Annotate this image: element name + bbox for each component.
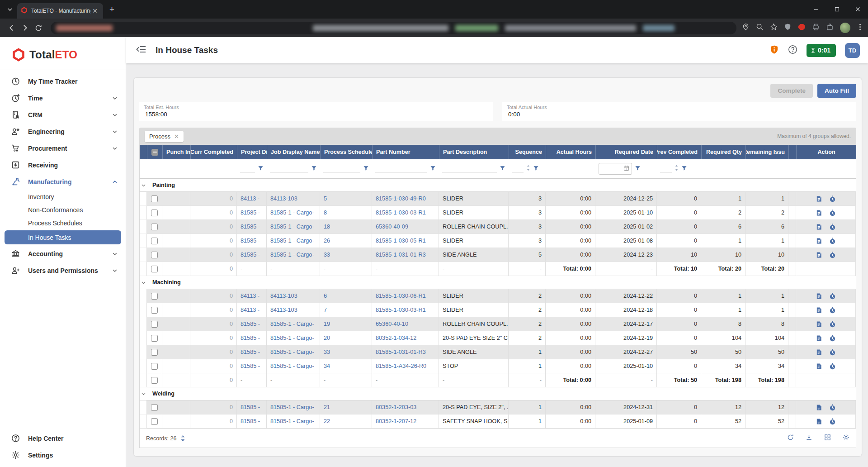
total-actual-hours-field[interactable]: Total Actual Hours 0:00	[502, 102, 856, 121]
sidebar-item-users-and-permissions[interactable]: Users and Permissions	[0, 262, 126, 279]
cell-value[interactable]: 81585-1-030-49-R0	[376, 195, 426, 202]
cell-value[interactable]: 81585-1 - Cargo-	[270, 335, 314, 341]
cell-value[interactable]: 81585-1-031-01-R3	[376, 349, 426, 355]
sidebar-item-crm[interactable]: CRM	[0, 106, 126, 123]
filter-input[interactable]	[660, 165, 672, 172]
punch-clock-icon[interactable]	[829, 321, 836, 328]
browser-tab[interactable]: TotalETO - Manufacturing In Ho ✕	[17, 3, 103, 19]
task-report-icon[interactable]	[816, 238, 822, 244]
number-spinner-icon[interactable]	[526, 164, 530, 173]
sidebar-item-non-conformances[interactable]: Non-Conformances	[0, 203, 126, 216]
filter-funnel-icon[interactable]	[258, 165, 264, 173]
sidebar-item-in-house-tasks[interactable]: In House Tasks	[5, 230, 121, 244]
url-bar[interactable]	[51, 22, 736, 34]
filter-funnel-icon[interactable]	[311, 165, 317, 173]
row-checkbox[interactable]	[151, 266, 158, 272]
filter-cell-part_number[interactable]	[372, 159, 439, 178]
row-checkbox[interactable]	[151, 307, 158, 314]
column-header-action[interactable]: Action	[797, 145, 856, 159]
cell-value[interactable]: 81585-1 - Cargo-	[270, 418, 314, 424]
cell-value[interactable]: 84113 -	[241, 293, 259, 299]
cell-value[interactable]: 21	[324, 404, 330, 410]
remove-group-icon[interactable]: ✕	[174, 133, 179, 140]
cell-value[interactable]: 84113 -	[241, 195, 259, 202]
filter-funnel-icon[interactable]	[430, 165, 436, 173]
window-maximize-icon[interactable]	[826, 0, 847, 19]
cell-value[interactable]: 6	[324, 293, 327, 299]
row-checkbox[interactable]	[151, 224, 158, 230]
cell-value[interactable]: 80352-1-207-12	[376, 418, 416, 424]
row-checkbox[interactable]	[151, 210, 158, 216]
filter-input[interactable]	[323, 165, 360, 172]
row-checkbox[interactable]	[151, 363, 158, 370]
sidebar-item-time[interactable]: Time	[0, 90, 126, 106]
cell-value[interactable]: 81585-1 - Cargo-	[270, 404, 314, 410]
collapse-group-icon[interactable]	[140, 391, 147, 396]
task-report-icon[interactable]	[816, 349, 822, 356]
cell-value[interactable]: 81585-1 - Cargo-	[270, 252, 314, 258]
punch-clock-icon[interactable]	[829, 293, 836, 300]
punch-clock-icon[interactable]	[829, 363, 836, 370]
cell-value[interactable]: 81585 -	[241, 224, 260, 230]
filter-cell-project[interactable]	[237, 159, 267, 178]
download-icon[interactable]	[806, 434, 812, 443]
task-report-icon[interactable]	[816, 321, 822, 328]
cell-value[interactable]: 22	[324, 418, 330, 424]
cell-value[interactable]: 81585 -	[241, 418, 260, 424]
cell-value[interactable]: 81585 -	[241, 210, 260, 216]
cell-value[interactable]: 81585 -	[241, 335, 260, 341]
row-checkbox[interactable]	[151, 238, 158, 244]
collapse-group-icon[interactable]	[140, 280, 147, 285]
cell-value[interactable]: 81585-1 - Cargo-	[270, 363, 314, 369]
punch-clock-icon[interactable]	[829, 349, 836, 356]
filter-cell-sequence[interactable]	[509, 159, 546, 178]
cell-value[interactable]: 26	[324, 238, 330, 244]
browser-menu-icon[interactable]	[857, 24, 863, 32]
cell-value[interactable]: 81585-1-030-03-R1	[376, 307, 426, 313]
column-header-part_number[interactable]: Part Number	[373, 145, 439, 159]
punch-clock-icon[interactable]	[829, 195, 836, 202]
task-report-icon[interactable]	[816, 307, 822, 314]
column-header-job[interactable]: Job Display Name	[267, 145, 321, 159]
column-chooser-icon[interactable]	[824, 434, 831, 443]
cell-value[interactable]: 81585-1-030-06-R1	[376, 293, 426, 299]
task-report-icon[interactable]	[816, 404, 822, 411]
window-close-icon[interactable]	[847, 0, 868, 19]
row-checkbox[interactable]	[151, 195, 158, 202]
number-spinner-icon[interactable]	[675, 164, 679, 173]
task-report-icon[interactable]	[816, 210, 822, 216]
column-header-project[interactable]: Project Di	[237, 145, 267, 159]
task-report-icon[interactable]	[816, 252, 822, 258]
extension-icon[interactable]	[784, 23, 792, 33]
filter-input[interactable]	[240, 165, 255, 172]
punch-clock-icon[interactable]	[829, 335, 836, 342]
filter-cell-schedule[interactable]	[320, 159, 372, 178]
reload-icon[interactable]	[32, 21, 45, 35]
filter-input[interactable]	[375, 165, 427, 172]
column-header-required_date[interactable]: Required Date	[596, 145, 657, 159]
column-header-curr_completed[interactable]: Curr Completed	[191, 145, 237, 159]
task-report-icon[interactable]	[816, 335, 822, 342]
group-header-welding[interactable]: Welding	[140, 387, 856, 400]
row-checkbox[interactable]	[151, 335, 158, 342]
tab-search-button[interactable]	[4, 3, 16, 16]
user-avatar[interactable]: TD	[845, 43, 860, 58]
row-checkbox[interactable]	[151, 418, 158, 425]
cell-value[interactable]: 81585 -	[241, 349, 260, 355]
zoom-icon[interactable]	[756, 23, 764, 33]
punch-clock-icon[interactable]	[829, 210, 836, 216]
filter-funnel-icon[interactable]	[635, 165, 641, 173]
time-tracker-button[interactable]: 0:01	[807, 44, 836, 57]
cell-value[interactable]: 8	[324, 210, 327, 216]
cell-value[interactable]: 81585-1 - Cargo-	[270, 321, 314, 327]
row-checkbox[interactable]	[151, 252, 158, 258]
punch-clock-icon[interactable]	[829, 238, 836, 244]
new-tab-button[interactable]: +	[109, 5, 114, 14]
cell-value[interactable]: 33	[324, 252, 330, 258]
cell-value[interactable]: 81585-1-031-01-R3	[376, 252, 426, 258]
filter-cell-required_date[interactable]: 7	[595, 159, 657, 178]
sidebar-item-my-time-tracker[interactable]: My Time Tracker	[0, 73, 126, 90]
refresh-icon[interactable]	[787, 434, 794, 443]
column-header-punch_in[interactable]: Punch In...	[163, 145, 191, 159]
cell-value[interactable]: 81585-1 - Cargo-	[270, 349, 314, 355]
